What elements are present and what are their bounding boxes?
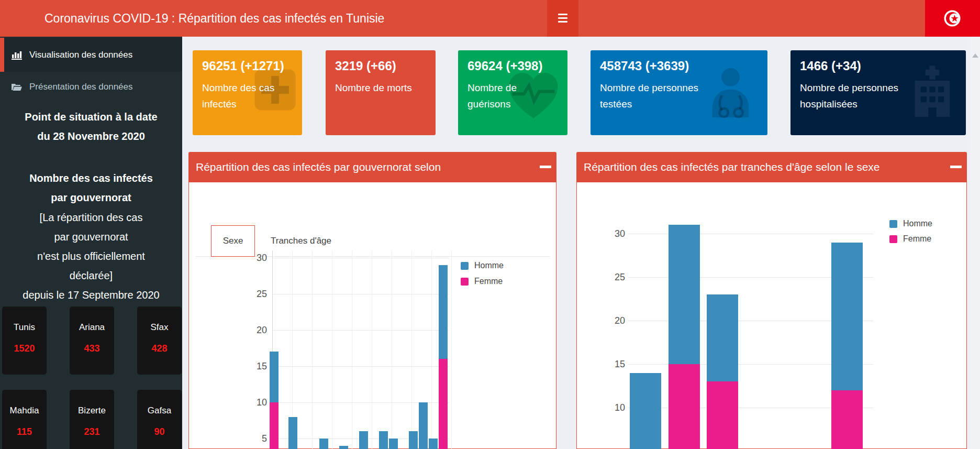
grid-line-vertical [332, 250, 332, 449]
governorate-tile-mahdia[interactable]: Mahdia 115 [2, 390, 47, 449]
grid-line-vertical [411, 250, 412, 449]
card-value: 3219 (+66) [335, 59, 426, 73]
collapse-minus-icon[interactable] [540, 166, 551, 168]
bar-segment-femme [669, 364, 700, 449]
legend-swatch [889, 220, 897, 228]
bar-segment-homme [669, 225, 700, 364]
panel-title: Répartition des cas infectés par tranche… [584, 152, 953, 182]
card-recovered: 69624 (+398) Nombre de guérisons [458, 50, 567, 135]
hamburger-icon [558, 14, 567, 25]
tile-name: Tunis [2, 322, 47, 333]
tile-value: 1520 [2, 343, 47, 354]
governorate-tile-gafsa[interactable]: Gafsa 90 [137, 390, 182, 449]
y-axis-tick-label: 20 [607, 315, 625, 326]
y-axis-tick-label: 5 [241, 433, 267, 444]
sidebar-item-visualisation[interactable]: Visualisation des données [0, 38, 182, 72]
bar-segment-homme [707, 294, 738, 381]
tunisia-flag [925, 0, 980, 37]
grid-line-horizontal [272, 330, 449, 331]
panel-header: Répartition des cas infectés par tranche… [576, 152, 967, 182]
tile-name: Gafsa [137, 406, 182, 416]
legend-item: Homme [889, 219, 932, 228]
bar-segment-homme [339, 446, 348, 449]
bar-segment-homme [439, 265, 448, 359]
legend-swatch [461, 262, 469, 270]
tunisia-flag-emblem [942, 8, 963, 29]
card-value: 458743 (+3639) [600, 59, 758, 73]
bar-segment-homme [379, 431, 388, 449]
grid-line-vertical [451, 250, 452, 449]
legend-label: Femme [903, 234, 931, 244]
top-navbar: Coronavirus COVID-19 : Répartition des c… [0, 0, 980, 37]
card-label: Nombre de personnes testées [600, 80, 726, 112]
governorate-tile-bizerte[interactable]: Bizerte 231 [70, 390, 114, 449]
grid-line-horizontal [272, 294, 449, 294]
card-label: Nombre de guérisons [467, 80, 558, 112]
card-deaths: 3219 (+66) Nombre de morts [326, 50, 436, 135]
y-axis-tick-label: 15 [607, 358, 625, 370]
card-value: 96251 (+1271) [202, 59, 293, 73]
grid-line-vertical [352, 250, 352, 449]
legend-label: Homme [903, 219, 932, 228]
y-axis-tick-label: 30 [607, 228, 625, 239]
tile-value: 90 [137, 426, 182, 437]
grid-line-vertical [372, 250, 372, 449]
grid-line-horizontal [272, 258, 449, 258]
tile-value: 428 [137, 343, 182, 354]
panel-header: Répartition des cas infectés par gouvern… [188, 152, 556, 182]
card-label: Nombre de morts [335, 80, 426, 96]
legend-swatch [889, 235, 897, 243]
bar-segment-femme [270, 402, 279, 449]
tile-name: Mahdia [2, 406, 47, 416]
tile-name: Ariana [70, 322, 114, 333]
tile-value: 115 [2, 426, 47, 437]
card-label: Nombre de personnes hospitalisées [800, 80, 926, 112]
bar-segment-homme [630, 373, 661, 449]
bar-segment-homme [409, 431, 418, 449]
bar-segment-homme [419, 402, 428, 449]
y-axis-tick-label: 30 [241, 252, 267, 264]
tile-name: Bizerte [70, 406, 114, 416]
y-axis-tick-label: 10 [241, 397, 267, 408]
legend-item: Homme [461, 261, 504, 270]
card-tested: 458743 (+3639) Nombre de personnes testé… [591, 50, 767, 135]
tile-value: 433 [70, 343, 114, 354]
governorate-tile-tunis[interactable]: Tunis 1520 [2, 306, 47, 375]
grid-line-vertical [312, 250, 313, 449]
sidebar-item-presentation[interactable]: Présentation des données [0, 72, 182, 102]
chart-cases-by-governorate: 30252015105HommeFemme [241, 246, 555, 449]
card-infected: 96251 (+1271) Nombre des cas infectés [193, 50, 302, 135]
page-title: Coronavirus COVID-19 : Répartition des c… [44, 0, 384, 37]
card-value: 69624 (+398) [467, 59, 558, 73]
card-value: 1466 (+34) [800, 59, 956, 73]
governorate-tile-ariana[interactable]: Ariana 433 [70, 306, 114, 375]
y-axis-tick-label: 25 [607, 271, 625, 283]
grid-line-horizontal [628, 234, 873, 234]
sidebar: Visualisation des données Présentation d… [0, 37, 182, 449]
scroll-up-arrow-icon[interactable] [972, 53, 978, 58]
bar-segment-femme [707, 381, 738, 449]
bar-segment-femme [831, 390, 863, 449]
bar-segment-homme [270, 352, 279, 402]
tile-name: Sfax [137, 322, 182, 333]
grid-line-horizontal [272, 366, 449, 367]
grid-line-vertical [431, 250, 432, 449]
bar-segment-femme [439, 359, 448, 449]
y-axis-tick-label: 25 [241, 288, 267, 300]
sidebar-toggle-button[interactable] [547, 0, 578, 37]
bar-segment-homme [319, 439, 328, 449]
vertical-scrollbar[interactable] [970, 37, 980, 449]
chart-cases-by-age-group: 3025201510HommeFemme [607, 210, 953, 449]
y-axis-tick-label: 15 [241, 360, 267, 372]
panel-title: Répartition des cas infectés par gouvern… [196, 152, 543, 182]
collapse-minus-icon[interactable] [950, 166, 962, 168]
cases-note: [La répartition des cas par gouvernorat … [0, 208, 182, 305]
bar-segment-homme [288, 417, 297, 449]
cases-by-governorate-heading: Nombre des cas infectés par gouvernorat [0, 169, 182, 207]
governorate-tile-sfax[interactable]: Sfax 428 [137, 306, 182, 375]
sidebar-item-label: Présentation des données [29, 82, 133, 92]
legend-label: Femme [474, 277, 503, 286]
dashboard: Coronavirus COVID-19 : Répartition des c… [0, 0, 980, 449]
bar-segment-homme [389, 439, 398, 449]
bar-segment-homme [359, 431, 368, 449]
